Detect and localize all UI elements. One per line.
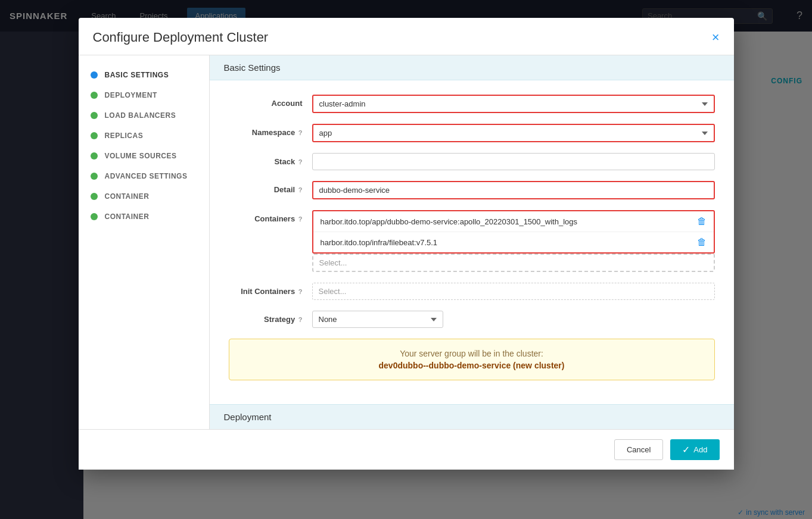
namespace-label: Namespace ? bbox=[229, 124, 312, 137]
sidebar-item-load-balancers[interactable]: LOAD BALANCERS bbox=[79, 105, 209, 126]
deployment-section-header: Deployment bbox=[210, 404, 734, 429]
sidebar-label-volume-sources: VOLUME SOURCES bbox=[105, 152, 177, 160]
sidebar-label-load-balancers: LOAD BALANCERS bbox=[105, 111, 176, 120]
namespace-select[interactable]: app bbox=[312, 124, 715, 142]
modal-body: BASIC SETTINGS DEPLOYMENT LOAD BALANCERS… bbox=[79, 55, 734, 429]
stack-control bbox=[312, 153, 715, 170]
form-area: Account cluster-admin Namespace ? bbox=[210, 80, 734, 399]
init-containers-select[interactable]: Select... bbox=[312, 283, 715, 300]
modal-dialog: Configure Deployment Cluster × BASIC SET… bbox=[79, 18, 734, 470]
cluster-info-line2: dev0dubbo--dubbo-demo-service (new clust… bbox=[244, 361, 700, 370]
stack-label: Stack ? bbox=[229, 153, 312, 166]
dot-container-2 bbox=[91, 213, 98, 220]
containers-row: Containers ? harbor.itdo.top/app/dubbo-d… bbox=[229, 210, 715, 272]
namespace-row: Namespace ? app bbox=[229, 124, 715, 142]
account-select[interactable]: cluster-admin bbox=[312, 95, 715, 113]
account-row: Account cluster-admin bbox=[229, 95, 715, 113]
dot-container-1 bbox=[91, 193, 98, 200]
modal-main-content: Basic Settings Account cluster-admin bbox=[210, 55, 734, 429]
containers-control: harbor.itdo.top/app/dubbo-demo-service:a… bbox=[312, 210, 715, 272]
detail-input[interactable] bbox=[312, 181, 715, 199]
sidebar-label-basic-settings: BASIC SETTINGS bbox=[105, 71, 169, 79]
stack-input[interactable] bbox=[312, 153, 715, 170]
dot-volume-sources bbox=[91, 152, 98, 160]
containers-select-placeholder[interactable]: Select... bbox=[312, 254, 715, 272]
add-check-icon: ✓ bbox=[682, 444, 690, 455]
detail-help-icon: ? bbox=[298, 186, 303, 193]
container-text-2: harbor.itdo.top/infra/filebeat:v7.5.1 bbox=[321, 238, 438, 247]
strategy-select[interactable]: None bbox=[312, 311, 443, 328]
detail-label: Detail ? bbox=[229, 181, 312, 194]
add-button[interactable]: ✓ Add bbox=[670, 439, 719, 460]
modal-footer: Cancel ✓ Add bbox=[79, 429, 734, 470]
strategy-help-icon: ? bbox=[298, 316, 303, 323]
account-control: cluster-admin bbox=[312, 95, 715, 113]
namespace-control: app bbox=[312, 124, 715, 142]
container-item-2: harbor.itdo.top/infra/filebeat:v7.5.1 🗑 bbox=[313, 232, 714, 252]
dot-replicas bbox=[91, 132, 98, 139]
account-label: Account bbox=[229, 95, 312, 108]
init-containers-row: Init Containers ? Select... bbox=[229, 283, 715, 300]
modal-header: Configure Deployment Cluster × bbox=[79, 18, 734, 55]
container-text-1: harbor.itdo.top/app/dubbo-demo-service:a… bbox=[321, 217, 578, 226]
sidebar-item-basic-settings[interactable]: BASIC SETTINGS bbox=[79, 65, 209, 85]
cancel-button[interactable]: Cancel bbox=[614, 439, 663, 460]
containers-label: Containers ? bbox=[229, 210, 312, 223]
modal-title: Configure Deployment Cluster bbox=[93, 30, 269, 45]
sidebar-item-container-1[interactable]: CONTAINER bbox=[79, 186, 209, 207]
namespace-help-icon: ? bbox=[298, 129, 303, 136]
sidebar-item-deployment[interactable]: DEPLOYMENT bbox=[79, 85, 209, 105]
dot-load-balancers bbox=[91, 112, 98, 119]
init-containers-help-icon: ? bbox=[298, 288, 303, 295]
dot-advanced-settings bbox=[91, 173, 98, 180]
stack-help-icon: ? bbox=[298, 158, 303, 165]
delete-container-2-icon[interactable]: 🗑 bbox=[697, 237, 707, 248]
detail-row: Detail ? bbox=[229, 181, 715, 199]
sidebar-item-replicas[interactable]: REPLICAS bbox=[79, 126, 209, 146]
delete-container-1-icon[interactable]: 🗑 bbox=[697, 216, 707, 227]
sidebar-item-container-2[interactable]: CONTAINER bbox=[79, 207, 209, 227]
sidebar-item-volume-sources[interactable]: VOLUME SOURCES bbox=[79, 146, 209, 166]
sidebar-label-container-1: CONTAINER bbox=[105, 192, 150, 201]
dot-deployment bbox=[91, 92, 98, 99]
stack-row: Stack ? bbox=[229, 153, 715, 170]
strategy-control: None bbox=[312, 311, 715, 328]
close-icon[interactable]: × bbox=[712, 30, 720, 45]
strategy-row: Strategy ? None bbox=[229, 311, 715, 328]
strategy-label: Strategy ? bbox=[229, 311, 312, 324]
containers-box: harbor.itdo.top/app/dubbo-demo-service:a… bbox=[312, 210, 715, 254]
sidebar-item-advanced-settings[interactable]: ADVANCED SETTINGS bbox=[79, 166, 209, 186]
container-item-1: harbor.itdo.top/app/dubbo-demo-service:a… bbox=[313, 211, 714, 232]
modal-overlay: Configure Deployment Cluster × BASIC SET… bbox=[0, 0, 812, 519]
containers-help-icon: ? bbox=[298, 215, 303, 223]
cluster-info-box: Your server group will be in the cluster… bbox=[229, 339, 715, 380]
add-label: Add bbox=[693, 445, 707, 454]
init-containers-control: Select... bbox=[312, 283, 715, 300]
dot-basic-settings bbox=[91, 71, 98, 79]
detail-control bbox=[312, 181, 715, 199]
cluster-info-line1: Your server group will be in the cluster… bbox=[244, 349, 700, 358]
modal-sidebar: BASIC SETTINGS DEPLOYMENT LOAD BALANCERS… bbox=[79, 55, 210, 429]
sidebar-label-container-2: CONTAINER bbox=[105, 212, 150, 221]
sidebar-label-replicas: REPLICAS bbox=[105, 132, 144, 140]
sidebar-label-deployment: DEPLOYMENT bbox=[105, 91, 157, 99]
basic-settings-header: Basic Settings bbox=[210, 55, 734, 80]
init-containers-label: Init Containers ? bbox=[229, 283, 312, 296]
sidebar-label-advanced-settings: ADVANCED SETTINGS bbox=[105, 172, 188, 180]
